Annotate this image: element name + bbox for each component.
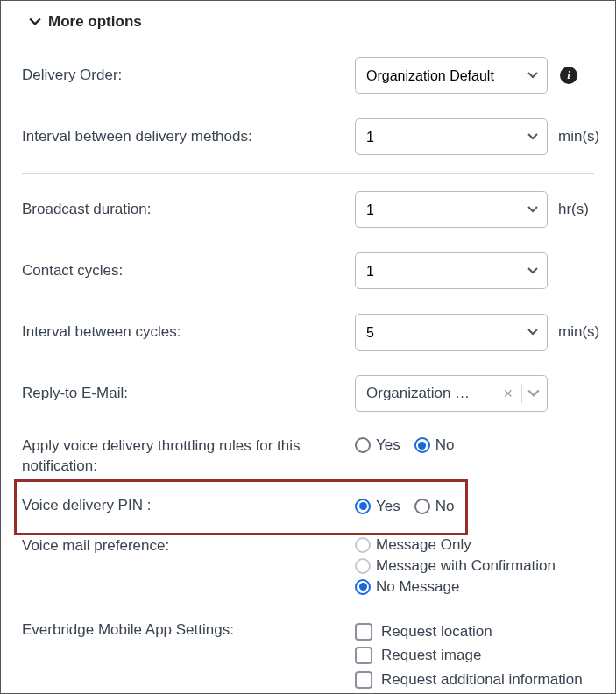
row-interval-cycles: Interval between cycles: 5 min(s) [22, 301, 594, 363]
row-interval-methods: Interval between delivery methods: 1 min… [22, 106, 594, 167]
select-broadcast-duration[interactable]: 1 [355, 191, 548, 228]
divider [22, 173, 594, 174]
label-mobile-settings: Everbridge Mobile App Settings: [22, 620, 355, 641]
separator [521, 384, 522, 403]
suffix-broadcast-duration: hr(s) [558, 201, 589, 218]
checkbox-request-location[interactable] [355, 623, 372, 641]
label-broadcast-duration: Broadcast duration: [22, 200, 355, 220]
chevron-down-icon[interactable] [527, 385, 540, 402]
radio-voicemail-with-confirmation-label: Message with Confirmation [376, 557, 556, 575]
radio-throttling-no[interactable] [414, 437, 430, 453]
radio-voicemail-no-message[interactable] [355, 579, 371, 595]
radio-voicemail-message-only-label: Message Only [376, 536, 471, 554]
label-interval-cycles: Interval between cycles: [22, 322, 355, 343]
checkbox-request-location-label: Request location [381, 620, 492, 643]
radio-group-throttling: Yes No [355, 436, 454, 454]
chevron-down-icon [29, 16, 41, 28]
combo-reply-to-value: Organization … [366, 385, 494, 402]
suffix-interval-methods: min(s) [558, 128, 599, 145]
radio-voicemail-message-only[interactable] [355, 537, 371, 553]
label-reply-to: Reply-to E-Mail: [22, 384, 355, 404]
row-contact-cycles: Contact cycles: 1 [22, 240, 594, 301]
checkbox-request-additional-label: Request additional information [381, 669, 583, 691]
select-interval-methods[interactable]: 1 [355, 118, 548, 155]
row-mobile-settings: Everbridge Mobile App Settings: Request … [22, 608, 594, 694]
radio-voice-pin-yes-label: Yes [376, 498, 400, 515]
section-title: More options [48, 13, 142, 31]
radio-group-voice-pin: Yes No [355, 498, 454, 515]
section-header[interactable]: More options [29, 13, 594, 31]
info-icon[interactable]: i [560, 67, 577, 84]
checkbox-request-image[interactable] [355, 647, 372, 664]
checkbox-request-additional[interactable] [355, 671, 372, 689]
select-interval-cycles[interactable]: 5 [355, 314, 548, 351]
label-interval-methods: Interval between delivery methods: [22, 127, 355, 147]
radio-voice-pin-no[interactable] [414, 499, 430, 514]
radio-group-voicemail: Message Only Message with Confirmation N… [355, 536, 594, 596]
combo-reply-to[interactable]: Organization … × [355, 375, 548, 412]
label-voice-pin: Voice delivery PIN : [22, 496, 355, 516]
radio-throttling-yes-label: Yes [376, 436, 400, 454]
radio-voice-pin-no-label: No [435, 498, 455, 515]
radio-throttling-yes[interactable] [355, 437, 371, 453]
row-delivery-order: Delivery Order: Organization Default i [22, 45, 594, 106]
label-delivery-order: Delivery Order: [22, 66, 355, 86]
row-broadcast-duration: Broadcast duration: 1 hr(s) [22, 179, 594, 240]
radio-voice-pin-yes[interactable] [355, 499, 371, 514]
row-voice-pin: Voice delivery PIN : Yes No [22, 482, 594, 531]
checkbox-group-mobile: Request location Request image Request a… [355, 620, 594, 694]
select-delivery-order[interactable]: Organization Default [355, 57, 548, 94]
row-voicemail: Voice mail preference: Message Only Mess… [22, 531, 594, 608]
more-options-panel: More options Delivery Order: Organizatio… [0, 0, 616, 694]
suffix-interval-cycles: min(s) [558, 323, 599, 341]
label-throttling: Apply voice delivery throttling rules fo… [22, 436, 355, 477]
radio-throttling-no-label: No [435, 436, 455, 454]
checkbox-request-image-label: Request image [381, 644, 481, 667]
radio-voicemail-with-confirmation[interactable] [355, 558, 371, 574]
select-contact-cycles[interactable]: 1 [355, 252, 548, 289]
row-throttling: Apply voice delivery throttling rules fo… [22, 424, 594, 482]
radio-voicemail-no-message-label: No Message [376, 578, 459, 596]
clear-icon[interactable]: × [499, 386, 516, 401]
label-voicemail: Voice mail preference: [22, 536, 355, 556]
label-contact-cycles: Contact cycles: [22, 261, 355, 281]
row-reply-to: Reply-to E-Mail: Organization … × [22, 363, 594, 424]
